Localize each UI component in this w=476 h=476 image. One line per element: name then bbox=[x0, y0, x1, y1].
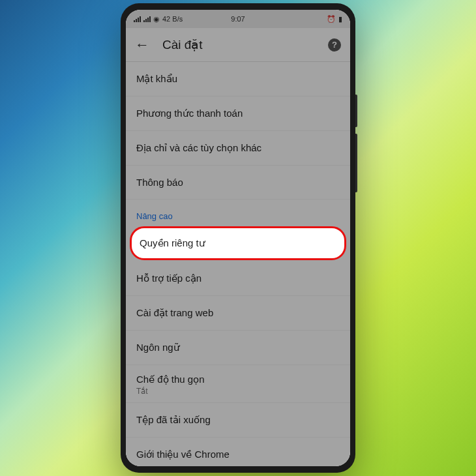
phone-screen: ◉ 42 B/s 9:07 ⏰ ▮ ← Cài đặt ? Mật khẩu P… bbox=[126, 10, 350, 466]
setting-about[interactable]: Giới thiệu về Chrome bbox=[126, 438, 350, 466]
setting-label: Quyền riêng tư bbox=[140, 237, 205, 248]
setting-privacy[interactable]: Quyền riêng tư bbox=[130, 226, 346, 260]
wifi-icon: ◉ bbox=[153, 15, 160, 23]
status-time: 9:07 bbox=[231, 15, 245, 23]
setting-label: Địa chỉ và các tùy chọn khác bbox=[136, 142, 261, 153]
settings-list: Mật khẩu Phương thức thanh toán Địa chỉ … bbox=[126, 62, 350, 466]
setting-label: Ngôn ngữ bbox=[136, 342, 180, 353]
setting-downloads[interactable]: Tệp đã tải xuống bbox=[126, 403, 350, 438]
setting-accessibility[interactable]: Hỗ trợ tiếp cận bbox=[126, 261, 350, 296]
setting-addresses[interactable]: Địa chỉ và các tùy chọn khác bbox=[126, 131, 350, 166]
setting-label: Thông báo bbox=[136, 177, 183, 188]
setting-lite-mode[interactable]: Chế độ thu gọn Tắt bbox=[126, 365, 350, 403]
status-right: ⏰ ▮ bbox=[327, 15, 342, 23]
setting-site[interactable]: Cài đặt trang web bbox=[126, 296, 350, 331]
page-title: Cài đặt bbox=[162, 37, 315, 52]
section-header-advanced: Nâng cao bbox=[126, 200, 350, 225]
setting-label: Giới thiệu về Chrome bbox=[136, 449, 230, 460]
setting-label: Hỗ trợ tiếp cận bbox=[136, 273, 201, 284]
setting-label: Cài đặt trang web bbox=[136, 307, 213, 318]
setting-sublabel: Tắt bbox=[136, 387, 340, 396]
phone-frame: ◉ 42 B/s 9:07 ⏰ ▮ ← Cài đặt ? Mật khẩu P… bbox=[121, 3, 355, 473]
setting-label: Chế độ thu gọn bbox=[136, 374, 340, 385]
alarm-icon: ⏰ bbox=[327, 15, 336, 23]
back-button[interactable]: ← bbox=[135, 37, 149, 53]
setting-label: Tệp đã tải xuống bbox=[136, 414, 211, 425]
signal-icon-2 bbox=[143, 16, 151, 22]
setting-label: Phương thức thanh toán bbox=[136, 108, 243, 119]
network-speed: 42 B/s bbox=[162, 15, 183, 23]
setting-languages[interactable]: Ngôn ngữ bbox=[126, 331, 350, 365]
setting-passwords[interactable]: Mật khẩu bbox=[126, 62, 350, 97]
signal-icon bbox=[134, 16, 141, 22]
app-bar: ← Cài đặt ? bbox=[126, 28, 350, 62]
setting-notifications[interactable]: Thông báo bbox=[126, 166, 350, 200]
battery-icon: ▮ bbox=[338, 15, 342, 23]
help-button[interactable]: ? bbox=[328, 38, 341, 52]
status-bar: ◉ 42 B/s 9:07 ⏰ ▮ bbox=[126, 10, 350, 28]
status-left: ◉ 42 B/s bbox=[134, 15, 183, 23]
setting-label: Mật khẩu bbox=[136, 73, 177, 84]
setting-payment[interactable]: Phương thức thanh toán bbox=[126, 97, 350, 131]
